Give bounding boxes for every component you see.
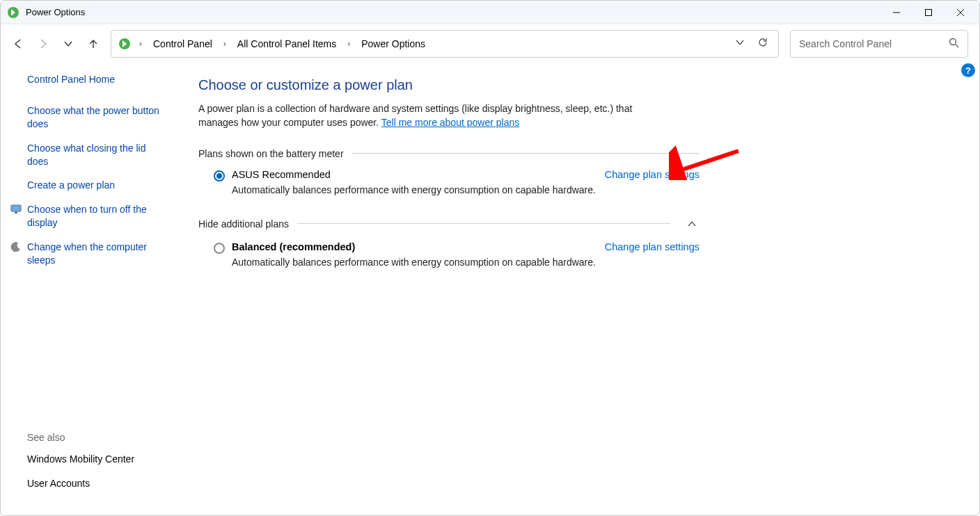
radio-balanced[interactable]: [214, 243, 225, 254]
change-plan-settings-link[interactable]: Change plan settings: [605, 169, 700, 180]
address-dropdown-button[interactable]: [735, 38, 745, 50]
svg-rect-5: [15, 212, 17, 213]
plan-name: Balanced (recommended): [232, 241, 355, 252]
forward-button[interactable]: [37, 38, 49, 50]
control-panel-icon: [117, 36, 132, 51]
intro-link[interactable]: Tell me more about power plans: [381, 117, 519, 128]
help-button[interactable]: ?: [961, 63, 975, 77]
chevron-up-icon[interactable]: [684, 216, 700, 232]
refresh-button[interactable]: [757, 37, 768, 51]
breadcrumb-item-2[interactable]: Power Options: [357, 35, 429, 52]
sidebar-link-label: Change when the computer sleeps: [27, 241, 147, 266]
svg-rect-4: [11, 205, 21, 211]
window-title: Power Options: [26, 7, 85, 17]
group-label: Plans shown on the battery meter: [198, 148, 344, 159]
group-header-battery-meter: Plans shown on the battery meter: [198, 148, 700, 159]
change-plan-settings-link[interactable]: Change plan settings: [605, 241, 700, 252]
nav-arrows: [12, 38, 100, 50]
see-also-user-accounts[interactable]: User Accounts: [27, 477, 147, 490]
up-button[interactable]: [87, 38, 100, 50]
group-header-hide-additional[interactable]: Hide additional plans: [198, 216, 700, 232]
display-icon: [10, 204, 22, 215]
app-icon: [6, 6, 20, 19]
svg-point-3: [950, 38, 956, 45]
see-also-heading: See also: [27, 432, 147, 443]
maximize-button[interactable]: [912, 2, 945, 23]
sidebar-home-link[interactable]: Control Panel Home: [27, 73, 182, 86]
radio-asus-recommended[interactable]: [214, 170, 225, 182]
sidebar-link-sleep[interactable]: Change when the computer sleeps: [27, 241, 182, 267]
breadcrumb-item-1[interactable]: All Control Panel Items: [233, 35, 340, 52]
intro-text: A power plan is a collection of hardware…: [198, 102, 672, 130]
divider: [297, 223, 670, 224]
search-input[interactable]: [799, 38, 949, 49]
close-button[interactable]: [945, 2, 977, 23]
sidebar-link-closing-lid[interactable]: Choose what closing the lid does: [27, 142, 182, 168]
nav-bar: › Control Panel › All Control Panel Item…: [1, 24, 979, 63]
title-bar: Power Options: [1, 1, 979, 24]
plan-desc: Automatically balances performance with …: [232, 184, 700, 195]
plan-balanced: Balanced (recommended) Change plan setti…: [198, 232, 700, 268]
chevron-right-icon[interactable]: ›: [136, 39, 145, 49]
search-bar[interactable]: [790, 30, 968, 58]
recent-dropdown-button[interactable]: [62, 38, 74, 50]
chevron-right-icon[interactable]: ›: [345, 39, 353, 49]
sidebar-link-display-off[interactable]: Choose when to turn off the display: [27, 203, 182, 229]
main-content: ? Choose or customize a power plan A pow…: [182, 63, 979, 516]
plan-desc: Automatically balances performance with …: [232, 257, 700, 268]
divider: [352, 153, 700, 154]
sidebar-link-power-button[interactable]: Choose what the power button does: [27, 104, 182, 131]
breadcrumb-item-0[interactable]: Control Panel: [149, 35, 216, 52]
see-also-section: See also Windows Mobility Center User Ac…: [27, 432, 147, 501]
svg-rect-1: [926, 9, 932, 15]
sidebar-link-label: Choose when to turn off the display: [27, 204, 147, 228]
sidebar: Control Panel Home Choose what the power…: [1, 63, 182, 516]
page-title: Choose or customize a power plan: [198, 77, 963, 93]
plan-asus-recommended: ASUS Recommended Change plan settings Au…: [198, 159, 700, 195]
chevron-right-icon[interactable]: ›: [221, 39, 229, 49]
sidebar-link-create-plan[interactable]: Create a power plan: [27, 179, 182, 192]
group-label: Hide additional plans: [198, 218, 289, 229]
minimize-button[interactable]: [880, 2, 912, 23]
address-bar[interactable]: › Control Panel › All Control Panel Item…: [111, 30, 779, 58]
see-also-mobility-center[interactable]: Windows Mobility Center: [27, 453, 147, 466]
back-button[interactable]: [12, 38, 24, 50]
search-icon[interactable]: [949, 38, 959, 51]
plan-name: ASUS Recommended: [232, 169, 331, 180]
moon-icon: [10, 241, 22, 252]
